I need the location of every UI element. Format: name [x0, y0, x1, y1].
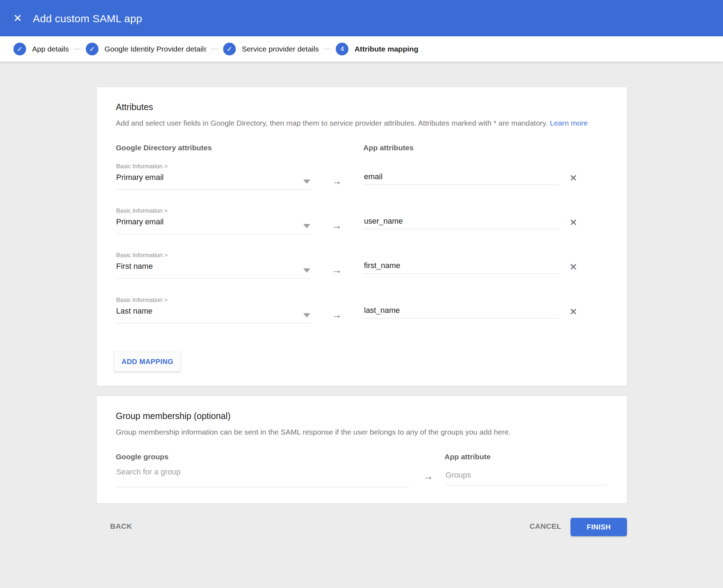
app-attribute-field	[363, 306, 558, 319]
arrow-right-icon: →	[332, 176, 342, 187]
group-card-title: Group membership (optional)	[116, 411, 231, 421]
arrow-right-icon: →	[332, 220, 342, 231]
field-underline	[116, 189, 311, 190]
dropdown-selected-value: Primary email	[116, 217, 163, 226]
stepper: ✓ App details ✓ Google Identity Provider…	[0, 36, 723, 62]
dropdown-category-label: Basic Information >	[116, 252, 168, 259]
app-attribute-input[interactable]	[363, 261, 558, 274]
chevron-down-icon	[303, 268, 310, 273]
dropdown-selected-value: First name	[116, 262, 153, 271]
remove-mapping-icon[interactable]: ✕	[568, 173, 579, 183]
group-search-field	[116, 467, 409, 487]
step-label: Attribute mapping	[354, 45, 418, 53]
app-attributes-column-header: App attributes	[363, 144, 413, 152]
directory-attributes-column-header: Google Directory attributes	[116, 144, 212, 152]
app-attribute-field	[363, 217, 558, 229]
arrow-right-icon: →	[332, 309, 342, 321]
groups-app-attribute-input[interactable]	[445, 471, 607, 485]
google-groups-column-header: Google groups	[116, 453, 168, 461]
remove-mapping-icon[interactable]: ✕	[568, 262, 579, 272]
finish-button[interactable]: FINISH	[570, 518, 627, 536]
attributes-card-title: Attributes	[116, 102, 153, 112]
field-underline	[116, 323, 311, 323]
remove-mapping-icon[interactable]: ✕	[568, 307, 579, 317]
step-label: Google Identity Provider details	[104, 45, 206, 53]
group-search-input[interactable]	[116, 467, 409, 487]
field-underline	[116, 278, 311, 279]
learn-more-link[interactable]: Learn more	[550, 119, 587, 127]
remove-mapping-icon[interactable]: ✕	[568, 217, 579, 228]
directory-attribute-dropdown[interactable]: Basic Information > First name	[116, 252, 311, 280]
attributes-card-description: Add and select user fields in Google Dir…	[116, 119, 588, 127]
chevron-down-icon	[303, 224, 310, 228]
close-icon[interactable]: ✕	[11, 12, 24, 25]
group-card-description: Group membership information can be sent…	[116, 428, 511, 436]
dialog-title: Add custom SAML app	[33, 13, 142, 25]
step-app-details[interactable]: ✓ App details	[13, 43, 69, 55]
directory-attribute-dropdown[interactable]: Basic Information > Primary email	[116, 207, 311, 236]
app-attribute-field	[363, 172, 558, 185]
arrow-right-icon: →	[423, 471, 433, 482]
back-button[interactable]: BACK	[110, 522, 132, 531]
mapping-row: Basic Information > Last name → ✕	[116, 297, 609, 329]
add-mapping-button[interactable]: ADD MAPPING	[114, 352, 181, 372]
mapping-row: Basic Information > Primary email → ✕	[116, 207, 609, 240]
step-separator	[211, 49, 219, 49]
app-attribute-input[interactable]	[363, 217, 558, 229]
arrow-right-icon: →	[332, 265, 342, 276]
directory-attribute-dropdown[interactable]: Basic Information > Primary email	[116, 163, 311, 191]
mapping-row: Basic Information > Primary email → ✕	[116, 163, 609, 195]
dropdown-category-label: Basic Information >	[116, 163, 168, 170]
dropdown-selected-value: Last name	[116, 307, 153, 316]
field-underline	[116, 234, 311, 234]
directory-attribute-dropdown[interactable]: Basic Information > Last name	[116, 297, 311, 325]
dropdown-selected-value: Primary email	[116, 173, 163, 182]
group-membership-card: Group membership (optional) Group member…	[96, 396, 627, 504]
groups-app-attribute-field	[445, 471, 607, 485]
step-separator	[73, 49, 81, 49]
step-google-idp-details[interactable]: ✓ Google Identity Provider details	[86, 43, 206, 55]
step-separator	[323, 49, 331, 49]
step-attribute-mapping[interactable]: 4 Attribute mapping	[336, 43, 418, 55]
step-label: App details	[32, 45, 69, 53]
step-complete-check-icon: ✓	[86, 43, 98, 55]
mapping-row: Basic Information > First name → ✕	[116, 252, 609, 284]
cancel-button[interactable]: CANCEL	[530, 522, 561, 531]
step-service-provider-details[interactable]: ✓ Service provider details	[223, 43, 319, 55]
attributes-description-text: Add and select user fields in Google Dir…	[116, 119, 548, 127]
step-label: Service provider details	[242, 45, 319, 53]
step-complete-check-icon: ✓	[13, 43, 26, 55]
dropdown-category-label: Basic Information >	[116, 297, 168, 304]
dialog-header: ✕ Add custom SAML app	[0, 0, 723, 36]
chevron-down-icon	[303, 180, 310, 184]
step-complete-check-icon: ✓	[223, 43, 236, 55]
app-attribute-column-header: App attribute	[444, 453, 491, 461]
app-attribute-input[interactable]	[363, 172, 558, 185]
step-number-badge: 4	[336, 43, 348, 55]
attributes-card: Attributes Add and select user fields in…	[96, 87, 627, 386]
app-attribute-input[interactable]	[363, 306, 558, 319]
app-attribute-field	[363, 261, 558, 274]
dropdown-category-label: Basic Information >	[116, 207, 168, 214]
chevron-down-icon	[303, 313, 310, 317]
